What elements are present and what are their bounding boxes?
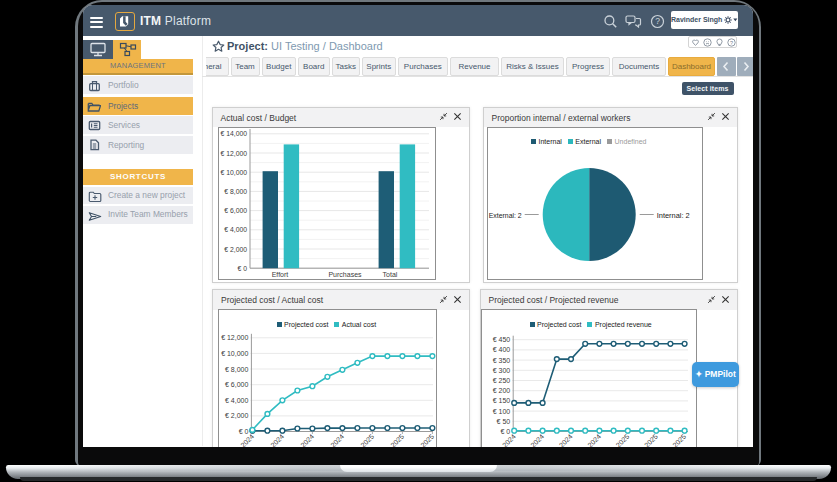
svg-text:€ 6,000: € 6,000: [225, 381, 248, 388]
svg-text:2025: 2025: [389, 432, 405, 446]
svg-text:2024: 2024: [529, 432, 545, 446]
svg-text:?: ?: [655, 16, 660, 26]
svg-text:€ 8,000: € 8,000: [224, 188, 247, 195]
svg-text:€ 10,000: € 10,000: [221, 349, 248, 356]
svg-text:€ 150: € 150: [493, 397, 511, 404]
svg-text:External: 2: External: 2: [489, 211, 522, 220]
svg-text:€ 12,000: € 12,000: [221, 334, 248, 341]
svg-text:2024: 2024: [269, 432, 285, 446]
svg-text:2024: 2024: [299, 432, 315, 446]
svg-text:2024: 2024: [558, 432, 574, 446]
svg-text:€ 300: € 300: [493, 366, 511, 373]
svg-text:€ 250: € 250: [493, 377, 511, 384]
svg-text:€ 4,000: € 4,000: [225, 396, 248, 403]
svg-text:Total: Total: [383, 271, 398, 278]
svg-text:€ 10,000: € 10,000: [221, 169, 248, 176]
svg-text:€ 2,000: € 2,000: [224, 246, 247, 253]
svg-text:€ 0: € 0: [239, 428, 249, 435]
svg-text:Internal: 2: Internal: 2: [657, 211, 691, 220]
svg-text:?: ?: [730, 40, 733, 46]
svg-text:2025: 2025: [615, 432, 631, 446]
svg-text:€ 200: € 200: [493, 387, 511, 394]
svg-text:Purchases: Purchases: [328, 271, 362, 278]
svg-text:€ 350: € 350: [493, 356, 511, 363]
svg-text:2025: 2025: [643, 432, 659, 446]
svg-text:Effort: Effort: [272, 271, 289, 278]
svg-text:2025: 2025: [671, 432, 687, 446]
svg-text:€ 0: € 0: [500, 428, 510, 435]
svg-text:€ 400: € 400: [493, 346, 511, 353]
svg-text:€ 50: € 50: [497, 417, 511, 424]
svg-text:€ 12,000: € 12,000: [221, 150, 248, 157]
svg-text:€ 0: € 0: [238, 265, 248, 272]
svg-text:2024: 2024: [586, 432, 602, 446]
svg-text:€ 6,000: € 6,000: [224, 207, 247, 214]
svg-text:€ 4,000: € 4,000: [224, 226, 247, 233]
svg-text:2025: 2025: [419, 432, 435, 446]
svg-text:€ 8,000: € 8,000: [225, 365, 248, 372]
svg-text:€ 2,000: € 2,000: [225, 412, 248, 419]
svg-text:€ 450: € 450: [493, 336, 511, 343]
svg-text:€ 14,000: € 14,000: [221, 130, 248, 137]
svg-text:2024: 2024: [329, 432, 345, 446]
svg-text:€ 100: € 100: [493, 407, 511, 414]
svg-text:2025: 2025: [359, 432, 375, 446]
